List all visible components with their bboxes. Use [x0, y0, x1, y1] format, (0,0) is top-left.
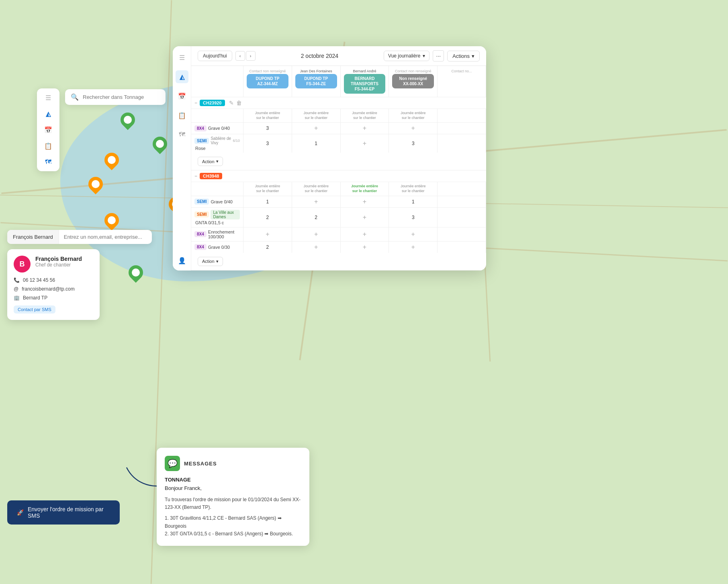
qty-cell[interactable]: 3 — [243, 134, 292, 153]
prev-date-button[interactable]: ‹ — [235, 51, 245, 61]
material-label-1: 8X4 Grave 0/40 — [191, 123, 243, 134]
qty-cell[interactable]: 3 — [389, 208, 438, 227]
qty-cell[interactable]: + — [341, 134, 389, 153]
qty-cell[interactable]: 2 — [243, 242, 292, 253]
current-date: 2 octobre 2024 — [259, 53, 380, 59]
material-row-2-4: 8X4 Grave 0/30 2 + + + — [191, 241, 486, 253]
chantier-section-1: − CH23920 ✎ 🗑 Journée entièresur le chan… — [191, 97, 486, 170]
qty-cell[interactable]: + — [292, 123, 341, 134]
map-left-navigation: ☰ ◭ 📅 📋 🗺 — [37, 88, 59, 171]
qty-cell — [438, 123, 486, 134]
contact-company: Bernard TP — [23, 295, 47, 301]
action-label: Action — [202, 159, 215, 164]
qty-cell — [438, 134, 486, 153]
fb-search-bar[interactable]: François Bernard — [7, 230, 152, 244]
qty-cell[interactable]: 2 — [292, 208, 341, 227]
search-input[interactable] — [83, 94, 160, 100]
qty-cell[interactable]: + — [243, 227, 292, 241]
qty-cell[interactable]: + — [292, 227, 341, 241]
qty-cell[interactable]: + — [389, 123, 438, 134]
qty-cell[interactable]: 1 — [389, 196, 438, 207]
empty-label-cell — [191, 109, 243, 122]
panel-user-icon[interactable]: 👤 — [176, 254, 188, 267]
material-row-1-2: SEMI Sablière de Vivy 6/10 Rose 3 1 + 3 — [191, 134, 486, 153]
qty-cell[interactable]: + — [292, 196, 341, 207]
journee-row-1: Journée entièresur le chantier Journée e… — [191, 109, 486, 122]
map-search-bar[interactable]: 🔍 — [65, 89, 166, 105]
next-date-button[interactable]: › — [246, 51, 256, 61]
message-company: TONNAGE — [165, 476, 301, 484]
driver-card-2: DUPOND TPFS-344-ZE — [295, 74, 337, 88]
qty-cell — [438, 196, 486, 207]
journee-cell-2-4: Journée entièresur le chantier — [389, 182, 438, 195]
qty-cell[interactable]: + — [341, 227, 389, 241]
send-sms-button[interactable]: 🚀 Envoyer l'ordre de mission par SMS — [7, 500, 120, 525]
type-badge-4x4-2: 8X4 — [194, 231, 207, 237]
qty-cell[interactable]: + — [292, 242, 341, 253]
chantier-section-2: − CH3948 Journée entièresur le chantier … — [191, 170, 486, 270]
view-selector[interactable]: Vue journalière ▾ — [384, 51, 429, 61]
contact-cell-5: Contact no... — [438, 66, 486, 97]
qty-cell[interactable]: 1 — [243, 196, 292, 207]
panel-menu-icon[interactable]: ☰ — [176, 51, 188, 64]
qty-cell[interactable]: 1 — [292, 134, 341, 153]
action-button-2[interactable]: Action ▾ — [198, 257, 223, 266]
edit-icon[interactable]: ✎ — [229, 100, 234, 106]
clipboard-icon[interactable]: 📋 — [44, 141, 53, 150]
collapse-icon-2[interactable]: − — [194, 173, 197, 179]
menu-icon[interactable]: ☰ — [44, 93, 53, 102]
collapse-icon[interactable]: − — [194, 100, 197, 106]
panel-main-content: Aujourd'hui ‹ › 2 octobre 2024 Vue journ… — [191, 46, 486, 270]
driver-card-1: DUPOND TPAZ-344-MZ — [247, 74, 288, 88]
journee-cell-2-1: Journée entièresur le chantier — [243, 182, 292, 195]
type-badge-4x4-3: 8X4 — [194, 244, 207, 250]
contact-info-row: B François Bernard Chef de chantier — [14, 256, 93, 273]
qty-cell[interactable]: 2 — [243, 208, 292, 227]
sms-contact-button[interactable]: Contact par SMS — [14, 305, 55, 314]
messages-icon: 💬 — [165, 456, 180, 471]
qty-cell[interactable]: + — [341, 242, 389, 253]
search-icon: 🔍 — [71, 93, 79, 101]
panel-logo-icon[interactable]: ◭ — [176, 70, 188, 83]
qty-cell[interactable]: + — [389, 242, 438, 253]
message-header: 💬 MESSAGES — [165, 456, 301, 471]
contact-email-row: @ francoisbernard@tp.com — [14, 286, 93, 292]
panel-clipboard-icon[interactable]: 📋 — [176, 109, 188, 122]
actions-button[interactable]: Actions ▾ — [447, 51, 480, 61]
contact-email: francoisbernard@tp.com — [22, 286, 75, 292]
journee-row-2: Journée entièresur le chantier Journée e… — [191, 182, 486, 195]
material-name-2-4: Grave 0/30 — [208, 245, 230, 250]
empty-label-cell-2 — [191, 182, 243, 195]
material-row-2-3: 8X4 Enrochement 100/300 + + + + — [191, 227, 486, 241]
qty-cell[interactable]: + — [341, 208, 389, 227]
qty-cell[interactable]: + — [389, 227, 438, 241]
fb-tag: François Bernard — [7, 230, 59, 244]
type-badge-semi: SEMI — [194, 138, 209, 144]
qty-cell — [438, 227, 486, 241]
message-line2: 2. 30T GNTA 0/31,5 c - Bernard SAS (Ange… — [165, 530, 301, 538]
qty-cell[interactable]: 3 — [243, 123, 292, 134]
qty-cell[interactable]: + — [341, 123, 389, 134]
logo-icon[interactable]: ◭ — [44, 109, 53, 118]
journee-cell-1-3: Journée entièresur le chantier — [341, 109, 389, 122]
material-label-2-2: SEMI La Ville aux Dames GNTA 0/31,5 c — [191, 208, 243, 227]
map-icon[interactable]: 🗺 — [44, 158, 53, 166]
action-button-1[interactable]: Action ▾ — [198, 157, 223, 166]
message-intro: Tu trouveras l'ordre de mission pour le … — [165, 496, 301, 511]
driver-card-4: Non renseignéXX-000-XX — [392, 74, 434, 88]
more-options-button[interactable]: ··· — [433, 50, 444, 61]
panel-map-icon[interactable]: 🗺 — [176, 128, 188, 141]
qty-cell[interactable]: + — [341, 196, 389, 207]
contact-role: Chef de chantier — [35, 262, 82, 268]
delete-icon[interactable]: 🗑 — [236, 100, 242, 106]
material-name-2-1: Grave 0/40 — [211, 199, 232, 204]
material-row-2-2: SEMI La Ville aux Dames GNTA 0/31,5 c 2 … — [191, 207, 486, 227]
panel-calendar-icon[interactable]: 📅 — [176, 90, 188, 102]
today-button[interactable]: Aujourd'hui — [198, 51, 232, 61]
material-name-2-2: GNTA 0/31,5 c — [194, 220, 224, 225]
qty-cell[interactable]: 3 — [389, 134, 438, 153]
calendar-icon[interactable]: 📅 — [44, 125, 53, 134]
fb-search-input[interactable] — [59, 230, 152, 244]
material-label-2-1: SEMI Grave 0/40 — [191, 196, 243, 207]
panel-left-nav: ☰ ◭ 📅 📋 🗺 👤 — [173, 46, 191, 270]
